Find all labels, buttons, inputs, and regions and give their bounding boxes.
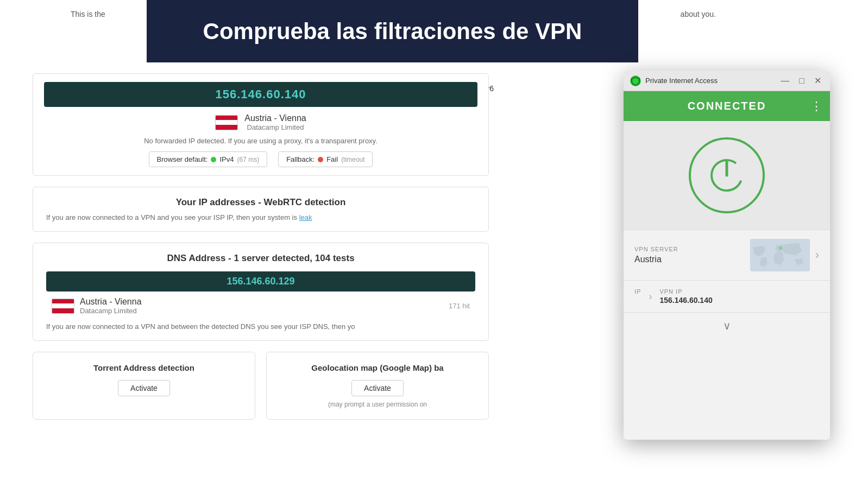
dns-flag-stripe-middle bbox=[52, 303, 74, 308]
austria-flag bbox=[215, 115, 238, 130]
dns-footer-text: If you are now connected to a VPN and be… bbox=[46, 322, 475, 331]
geolocation-activate-button[interactable]: Activate bbox=[351, 380, 404, 396]
dns-austria-flag bbox=[52, 299, 74, 314]
pia-window: Private Internet Access — □ ✕ CONNECTED … bbox=[624, 71, 830, 440]
dns-isp-name: Datacamp Limited bbox=[80, 307, 142, 315]
content-area: 156.146.60.140 Austria - Vienna Datacamp… bbox=[0, 62, 521, 430]
ip-address-display: 156.146.60.140 bbox=[44, 82, 477, 107]
dns-country-name: Austria - Vienna bbox=[80, 297, 142, 307]
pia-connected-bar: CONNECTED ⋮ bbox=[624, 91, 830, 121]
pia-titlebar-controls: — □ ✕ bbox=[778, 75, 823, 86]
pia-server-section: VPN SERVER Austria bbox=[624, 230, 830, 280]
pia-ip-value bbox=[634, 296, 641, 305]
pia-server-value: Austria bbox=[634, 255, 745, 264]
pia-ip-group: IP bbox=[634, 288, 641, 305]
top-text-right: about you. bbox=[681, 10, 716, 18]
pia-power-button[interactable] bbox=[689, 137, 765, 213]
webrtc-text: If you are now connected to a VPN and yo… bbox=[46, 213, 475, 221]
ipv4-status-dot bbox=[211, 157, 216, 162]
pia-server-arrow[interactable]: › bbox=[815, 248, 819, 262]
browser-default-pill: Browser default: IPv4 (67 ms) bbox=[149, 151, 268, 167]
pia-maximize-button[interactable]: □ bbox=[797, 75, 807, 86]
flag-stripe-top bbox=[216, 116, 237, 121]
pia-power-area bbox=[624, 121, 830, 230]
dns-section: DNS Address - 1 server detected, 104 tes… bbox=[33, 243, 489, 341]
no-forwarded-text: No forwarded IP detected. If you are usi… bbox=[44, 137, 477, 145]
country-name: Austria - Vienna bbox=[244, 113, 306, 123]
isp-name: Datacamp Limited bbox=[244, 123, 306, 131]
pia-chevron-down-icon: ∨ bbox=[723, 319, 731, 332]
pia-expand-button[interactable]: ∨ bbox=[624, 312, 830, 339]
fail-label: Fail bbox=[326, 155, 338, 163]
fallback-status-dot bbox=[318, 157, 323, 162]
dns-country-row: Austria - Vienna Datacamp Limited 171 hi… bbox=[46, 297, 475, 315]
pia-ip-label: IP bbox=[634, 288, 641, 295]
ipv4-label: IPv4 bbox=[219, 155, 234, 163]
pia-server-label: VPN SERVER bbox=[634, 246, 745, 252]
geolocation-note: (may prompt a user permission on bbox=[280, 401, 475, 408]
pia-ip-section: IP › VPN IP 156.146.60.140 bbox=[624, 280, 830, 312]
pia-titlebar: Private Internet Access — □ ✕ bbox=[624, 71, 830, 91]
browser-default-label: Browser default: bbox=[157, 155, 208, 163]
pia-shield-icon bbox=[630, 75, 641, 86]
flag-stripe-middle bbox=[216, 120, 237, 125]
flag-stripe-bottom bbox=[216, 125, 237, 130]
pia-ip-arrow-icon: › bbox=[649, 291, 652, 302]
svg-point-3 bbox=[779, 246, 782, 250]
pia-world-map-svg bbox=[750, 239, 810, 271]
detection-row: Browser default: IPv4 (67 ms) Fallback: … bbox=[44, 151, 477, 167]
pia-vpn-ip-value: 156.146.60.140 bbox=[659, 296, 712, 305]
dns-country-info: Austria - Vienna Datacamp Limited bbox=[80, 297, 142, 315]
pia-power-icon bbox=[708, 156, 746, 194]
torrent-activate-button[interactable]: Activate bbox=[118, 380, 170, 396]
pia-close-button[interactable]: ✕ bbox=[812, 75, 823, 86]
country-row: Austria - Vienna Datacamp Limited bbox=[44, 113, 477, 131]
dns-flag-stripe-top bbox=[52, 299, 74, 304]
pia-map-area bbox=[750, 239, 810, 271]
pia-more-button[interactable]: ⋮ bbox=[810, 100, 822, 112]
pia-vpn-ip-label: VPN IP bbox=[659, 288, 712, 295]
webrtc-title: Your IP addresses - WebRTC detection bbox=[46, 197, 475, 208]
page-header-banner: Comprueba las filtraciones de VPN bbox=[147, 0, 638, 62]
timeout-label: (timeout bbox=[341, 156, 364, 163]
leak-link[interactable]: leak bbox=[299, 213, 312, 221]
dns-hit-count: 171 hit bbox=[449, 302, 470, 310]
geolocation-title: Geolocation map (Google Map) ba bbox=[280, 363, 475, 372]
country-info: Austria - Vienna Datacamp Limited bbox=[244, 113, 306, 131]
top-text-left: This is the bbox=[71, 10, 105, 18]
pia-title: Private Internet Access bbox=[645, 77, 774, 85]
pia-vpn-ip-group: VPN IP 156.146.60.140 bbox=[659, 288, 712, 305]
dns-flag-stripe-bottom bbox=[52, 308, 74, 313]
page-title: Comprueba las filtraciones de VPN bbox=[203, 18, 582, 45]
fallback-label: Fallback: bbox=[286, 155, 315, 163]
dns-title: DNS Address - 1 server detected, 104 tes… bbox=[46, 253, 475, 264]
bottom-cards: Torrent Address detection Activate Geolo… bbox=[33, 352, 489, 420]
dns-ip-display: 156.146.60.129 bbox=[46, 271, 475, 291]
torrent-title: Torrent Address detection bbox=[46, 363, 242, 372]
ip-card: 156.146.60.140 Austria - Vienna Datacamp… bbox=[33, 73, 489, 176]
pia-minimize-button[interactable]: — bbox=[778, 75, 791, 86]
pia-server-info: VPN SERVER Austria bbox=[634, 246, 745, 264]
fallback-pill: Fallback: Fail (timeout bbox=[278, 151, 373, 167]
ipv4-ms: (67 ms) bbox=[237, 156, 259, 163]
pia-app-icon bbox=[630, 75, 641, 86]
webrtc-section: Your IP addresses - WebRTC detection If … bbox=[33, 187, 489, 232]
geolocation-card: Geolocation map (Google Map) ba Activate… bbox=[266, 352, 489, 420]
torrent-card: Torrent Address detection Activate bbox=[33, 352, 255, 420]
pia-status-text: CONNECTED bbox=[688, 100, 766, 112]
